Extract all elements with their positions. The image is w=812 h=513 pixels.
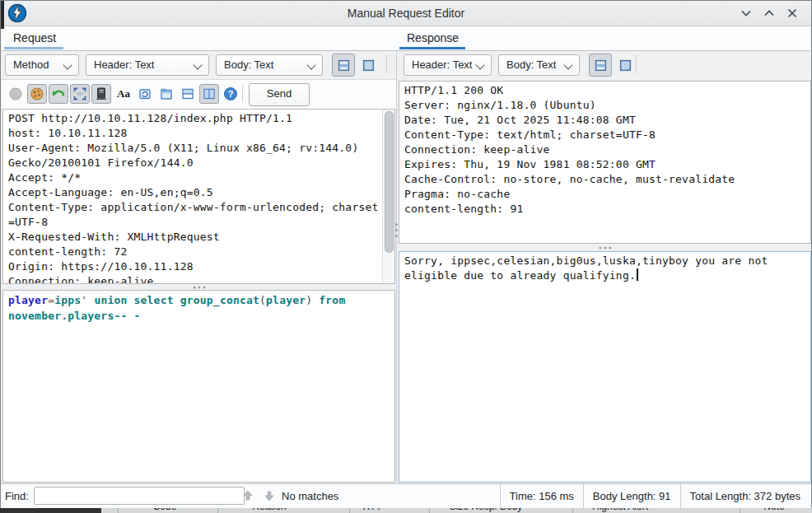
find-bar: Find: No matches Time: 156 ms Body Lengt…	[1, 483, 811, 508]
chevron-down-icon	[63, 60, 72, 69]
find-status: No matches	[282, 484, 338, 508]
split-view-icon	[337, 58, 351, 72]
request-header-view-dropdown[interactable]: Header: Text	[86, 54, 209, 76]
response-split-view-button[interactable]	[589, 54, 612, 77]
shade-window-icon[interactable]	[739, 7, 754, 20]
find-label: Find:	[5, 484, 29, 508]
cookies-icon	[30, 86, 44, 101]
tab-request-underline	[4, 47, 63, 49]
combined-view-icon	[362, 58, 376, 72]
request-body-text: player=ipps' union select group_concat(p…	[8, 292, 345, 324]
chevron-down-icon	[475, 60, 484, 69]
send-button[interactable]: Send	[249, 83, 310, 106]
status-bar: Time: 156 ms Body Length: 91 Total Lengt…	[500, 484, 810, 508]
request-body-editor[interactable]: player=ipps' union select group_concat(p…	[2, 290, 395, 483]
maximize-window-icon[interactable]	[762, 7, 777, 20]
use-proxy-button[interactable]	[91, 84, 111, 104]
status-body-length: Body Length: 91	[583, 484, 680, 508]
split-horizontal-view-icon	[180, 86, 195, 101]
tab-request[interactable]: Request	[13, 31, 56, 44]
tab-bar: Request Response	[2, 26, 810, 51]
request-header-body-splitter[interactable]	[2, 284, 395, 290]
svg-text:?: ?	[228, 89, 234, 99]
tab-response[interactable]: Response	[407, 31, 459, 44]
response-header-editor[interactable]: HTTP/1.1 200 OKServer: nginx/1.18.0 (Ubu…	[399, 81, 811, 244]
status-time: Time: 156 ms	[500, 484, 583, 508]
response-body-text: Sorry, ippsec,celesian,big0us,luska,tiny…	[404, 254, 768, 283]
manual-request-editor-window: Manual Request Editor Request Response M…	[0, 0, 812, 507]
combined-view-icon	[618, 58, 632, 72]
split-vertical-view-button[interactable]	[199, 84, 219, 104]
find-next-icon[interactable]	[262, 488, 277, 503]
split-horizontal-view-button[interactable]	[178, 84, 198, 104]
font-size-icon: Aa	[117, 87, 130, 100]
tab-view-icon	[159, 86, 174, 101]
splitter-grip-icon	[193, 286, 205, 288]
titlebar: Manual Request Editor	[1, 1, 811, 26]
request-header-scrollbar[interactable]	[382, 110, 394, 283]
find-previous-icon[interactable]	[240, 488, 255, 503]
find-input[interactable]	[34, 487, 245, 505]
response-header-text: HTTP/1.1 200 OKServer: nginx/1.18.0 (Ubu…	[404, 83, 735, 217]
pane-divider[interactable]	[396, 51, 397, 483]
request-icons-toolbar: Aa	[2, 79, 396, 109]
chevron-down-icon	[193, 60, 202, 69]
text-caret	[637, 268, 638, 281]
response-combined-view-button[interactable]	[615, 55, 635, 75]
track-cookies-button[interactable]	[27, 84, 47, 104]
response-header-view-dropdown[interactable]: Header: Text	[404, 54, 492, 76]
font-size-button[interactable]: Aa	[114, 84, 133, 104]
chevron-down-icon	[306, 60, 315, 69]
background-table-header-strip: Code Reason RTT Size Resp. Body Highest …	[0, 507, 812, 513]
response-header-body-splitter[interactable]	[399, 244, 811, 251]
help-button[interactable]: ?	[221, 84, 240, 104]
record-button[interactable]	[6, 84, 26, 104]
help-icon: ?	[223, 86, 238, 101]
close-window-icon[interactable]	[785, 7, 800, 20]
scrollbar-thumb[interactable]	[385, 111, 394, 253]
record-disabled-icon	[8, 86, 23, 101]
status-total-length: Total Length: 372 bytes	[680, 484, 810, 508]
chevron-down-icon	[563, 60, 572, 69]
split-vertical-view-icon	[202, 86, 217, 101]
window-title: Manual Request Editor	[1, 1, 811, 26]
regenerate-tab-icon	[138, 86, 152, 101]
proxy-server-icon	[94, 86, 109, 101]
tab-view-button[interactable]	[156, 84, 176, 104]
regenerate-tab-button[interactable]	[135, 84, 155, 104]
tab-response-underline	[399, 47, 465, 49]
request-combined-view-button[interactable]	[358, 55, 378, 75]
response-body-view-dropdown[interactable]: Body: Text	[498, 54, 580, 76]
background-dark-panel	[0, 508, 101, 513]
request-body-view-dropdown[interactable]: Body: Text	[216, 54, 323, 76]
request-header-editor[interactable]: POST http://10.10.11.128/index.php HTTP/…	[2, 109, 395, 284]
fix-content-length-icon	[72, 86, 87, 101]
follow-redirects-icon	[51, 86, 66, 101]
screen: Code Reason RTT Size Resp. Body Highest …	[0, 0, 812, 513]
request-header-text: POST http://10.10.11.128/index.php HTTP/…	[8, 111, 379, 284]
background-window-edge	[1, 1, 4, 29]
split-view-icon	[594, 58, 608, 72]
fix-content-length-button[interactable]	[70, 84, 90, 104]
method-dropdown[interactable]: Method	[5, 54, 79, 76]
splitter-grip-icon	[599, 246, 611, 249]
response-body-editor[interactable]: Sorry, ippsec,celesian,big0us,luska,tiny…	[399, 251, 811, 483]
request-split-view-button[interactable]	[332, 54, 355, 77]
follow-redirects-button[interactable]	[49, 84, 68, 104]
